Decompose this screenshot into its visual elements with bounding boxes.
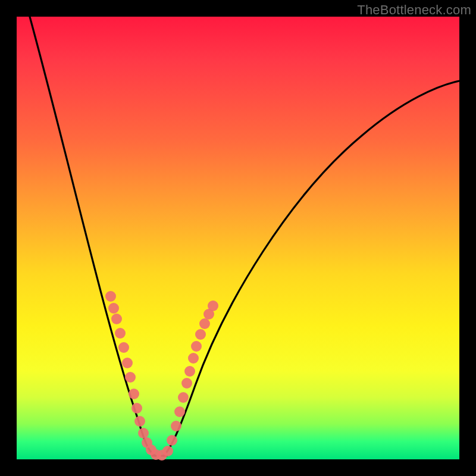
bottleneck-curve-right (164, 81, 459, 456)
marker-dot (171, 421, 181, 431)
marker-dot (138, 428, 149, 439)
marker-dot (188, 353, 199, 364)
watermark-text: TheBottleneck.com (357, 2, 471, 18)
marker-dot (167, 435, 177, 446)
marker-dot (129, 389, 139, 399)
marker-dot (184, 366, 195, 377)
marker-dot (208, 300, 218, 311)
chart-svg (17, 17, 459, 459)
chart-frame: TheBottleneck.com (0, 0, 476, 476)
marker-dot (178, 392, 189, 403)
marker-dot (199, 318, 210, 329)
marker-dot (131, 403, 142, 414)
marker-dot (122, 358, 133, 368)
marker-dot (115, 328, 126, 339)
plot-area (17, 17, 459, 459)
marker-dot (105, 291, 116, 302)
marker-dot (181, 378, 192, 389)
marker-dot (191, 341, 202, 352)
marker-dot (195, 329, 206, 340)
marker-dot (108, 303, 119, 314)
marker-dot (174, 406, 185, 417)
curve-layer (30, 17, 459, 456)
marker-dot (162, 446, 173, 456)
marker-layer (105, 291, 218, 461)
marker-dot (125, 372, 136, 383)
marker-dot (118, 342, 129, 353)
marker-dot (134, 416, 145, 427)
marker-dot (111, 314, 122, 324)
